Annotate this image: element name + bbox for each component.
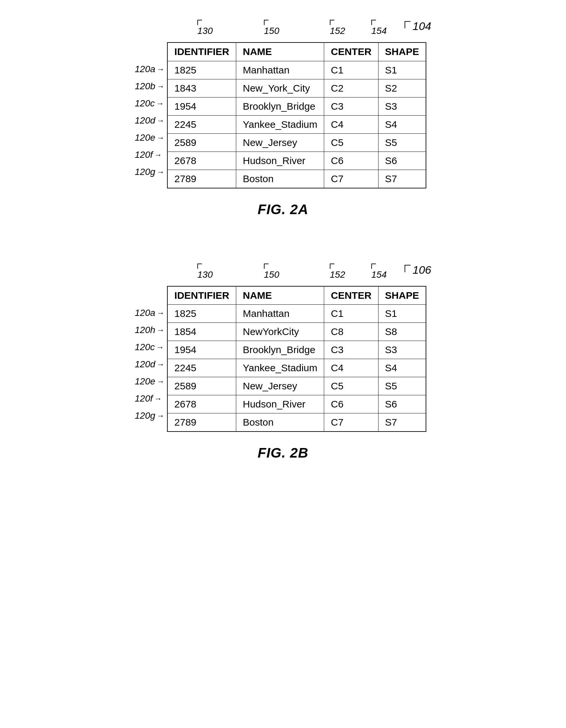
th-shape-b: SHAPE <box>378 286 426 305</box>
table-row: 2678 Hudson_River C6 S6 <box>167 395 426 413</box>
cell-center: C7 <box>324 413 378 432</box>
row-arrow-120g-b: → <box>156 411 164 420</box>
cell-id: 1954 <box>167 341 236 359</box>
cell-shape: S4 <box>378 115 426 133</box>
fig2a-table-wrapper: 120a → 120b → 120c → 120d → 120e → <box>135 42 431 188</box>
cell-shape: S4 <box>378 359 426 377</box>
row-label-120c-a: 120c <box>135 98 155 109</box>
cell-shape: S1 <box>378 61 426 79</box>
row-arrow-120d-b: → <box>156 360 164 369</box>
row-arrow-120b-a: → <box>156 82 164 91</box>
row-arrow-120a-b: → <box>156 308 164 318</box>
th-center-a: CENTER <box>324 42 378 61</box>
cell-id: 1825 <box>167 305 236 323</box>
cell-name: Manhattan <box>236 61 324 79</box>
cell-name: Hudson_River <box>236 395 324 413</box>
cell-id: 2678 <box>167 395 236 413</box>
cell-shape: S3 <box>378 97 426 115</box>
table-row: 1843 New_York_City C2 S2 <box>167 79 426 97</box>
row-arrow-120c-b: → <box>156 343 164 352</box>
cell-center: C3 <box>324 97 378 115</box>
cell-name: New_Jersey <box>236 377 324 395</box>
row-arrow-120f-b: → <box>154 394 162 403</box>
cell-id: 1843 <box>167 79 236 97</box>
row-arrow-120a-a: → <box>156 65 164 74</box>
cell-id: 1954 <box>167 97 236 115</box>
row-arrow-120g-a: → <box>156 167 164 177</box>
col-label-154-a: 154 <box>371 26 387 36</box>
col-label-150-a: 150 <box>264 26 279 36</box>
table-row: 2245 Yankee_Stadium C4 S4 <box>167 359 426 377</box>
cell-name: Brooklyn_Bridge <box>236 341 324 359</box>
cell-shape: S7 <box>378 413 426 432</box>
cell-id: 2589 <box>167 377 236 395</box>
cell-name: Boston <box>236 170 324 188</box>
row-arrow-120c-a: → <box>156 99 164 108</box>
row-label-120f-a: 120f <box>135 150 153 160</box>
row-arrow-120e-a: → <box>156 133 164 142</box>
figure-2b-section: 106 130 150 152 154 <box>135 264 431 461</box>
cell-id: 2789 <box>167 170 236 188</box>
cell-center: C4 <box>324 115 378 133</box>
table-row: 2589 New_Jersey C5 S5 <box>167 133 426 152</box>
cell-id: 2245 <box>167 115 236 133</box>
table-row: 1825 Manhattan C1 S1 <box>167 305 426 323</box>
cell-center: C8 <box>324 323 378 341</box>
cell-name: Manhattan <box>236 305 324 323</box>
fig2b-caption: FIG. 2B <box>135 445 431 461</box>
table-row: 2789 Boston C7 S7 <box>167 170 426 188</box>
table-row: 1825 Manhattan C1 S1 <box>167 61 426 79</box>
row-label-120d-b: 120d <box>135 359 155 370</box>
cell-shape: S2 <box>378 79 426 97</box>
row-arrow-120e-b: → <box>156 377 164 386</box>
cell-center: C6 <box>324 152 378 170</box>
th-identifier-b: IDENTIFIER <box>167 286 236 305</box>
cell-shape: S6 <box>378 395 426 413</box>
row-arrow-120d-a: → <box>156 116 164 125</box>
row-label-120a-a: 120a <box>135 64 155 74</box>
table-row: 1954 Brooklyn_Bridge C3 S3 <box>167 97 426 115</box>
cell-id: 1854 <box>167 323 236 341</box>
row-label-120e-a: 120e <box>135 132 155 143</box>
cell-shape: S5 <box>378 377 426 395</box>
row-label-120b-a: 120b <box>135 81 155 92</box>
row-label-120g-b: 120g <box>135 410 155 421</box>
cell-shape: S1 <box>378 305 426 323</box>
th-name-b: NAME <box>236 286 324 305</box>
fig2a-caption: FIG. 2A <box>135 202 431 217</box>
cell-shape: S5 <box>378 133 426 152</box>
cell-name: Brooklyn_Bridge <box>236 97 324 115</box>
cell-name: Yankee_Stadium <box>236 359 324 377</box>
cell-shape: S3 <box>378 341 426 359</box>
cell-name: Boston <box>236 413 324 432</box>
cell-center: C5 <box>324 377 378 395</box>
th-identifier-a: IDENTIFIER <box>167 42 236 61</box>
table-row: 2678 Hudson_River C6 S6 <box>167 152 426 170</box>
row-label-120f-b: 120f <box>135 393 153 404</box>
cell-shape: S8 <box>378 323 426 341</box>
cell-id: 2589 <box>167 133 236 152</box>
row-label-120c-b: 120c <box>135 342 155 352</box>
row-label-120e-b: 120e <box>135 376 155 387</box>
row-label-120h-b: 120h <box>135 325 155 335</box>
cell-shape: S7 <box>378 170 426 188</box>
table-row: 2789 Boston C7 S7 <box>167 413 426 432</box>
cell-id: 2789 <box>167 413 236 432</box>
row-label-120g-a: 120g <box>135 167 155 177</box>
cell-id: 2678 <box>167 152 236 170</box>
col-label-152-a: 152 <box>330 26 345 36</box>
th-center-b: CENTER <box>324 286 378 305</box>
col-label-130-a: 130 <box>197 26 213 36</box>
fig2a-table: IDENTIFIER NAME CENTER SHAPE 1825 Manhat… <box>167 42 426 188</box>
cell-id: 2245 <box>167 359 236 377</box>
table-row: 2245 Yankee_Stadium C4 S4 <box>167 115 426 133</box>
th-name-a: NAME <box>236 42 324 61</box>
cell-name: New_Jersey <box>236 133 324 152</box>
row-label-120a-b: 120a <box>135 308 155 318</box>
cell-name: Hudson_River <box>236 152 324 170</box>
fig2b-row-labels: 120a → 120h → 120c → 120d → 120e → <box>135 286 164 424</box>
fig2b-table-wrapper: 120a → 120h → 120c → 120d → 120e → <box>135 286 431 432</box>
fig2b-table: IDENTIFIER NAME CENTER SHAPE 1825 Manhat… <box>167 286 426 432</box>
row-label-120d-a: 120d <box>135 115 155 126</box>
cell-name: New_York_City <box>236 79 324 97</box>
